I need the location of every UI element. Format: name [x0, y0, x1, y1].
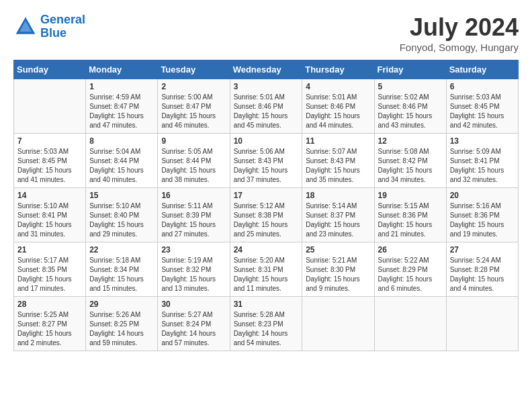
- calendar-cell: 31Sunrise: 5:28 AM Sunset: 8:23 PM Dayli…: [230, 297, 302, 351]
- calendar-cell: 15Sunrise: 5:10 AM Sunset: 8:40 PM Dayli…: [86, 188, 158, 242]
- cell-info: Sunrise: 5:10 AM Sunset: 8:41 PM Dayligh…: [17, 201, 82, 239]
- page-header: General Blue July 2024 Fonyod, Somogy, H…: [13, 13, 519, 53]
- header-thursday: Thursday: [302, 60, 374, 79]
- calendar-cell: 24Sunrise: 5:20 AM Sunset: 8:31 PM Dayli…: [230, 242, 302, 297]
- day-number: 28: [17, 300, 82, 309]
- day-number: 27: [450, 245, 515, 255]
- calendar-cell: 16Sunrise: 5:11 AM Sunset: 8:39 PM Dayli…: [158, 188, 230, 242]
- day-number: 4: [306, 82, 370, 91]
- calendar-cell: 30Sunrise: 5:27 AM Sunset: 8:24 PM Dayli…: [158, 297, 230, 351]
- day-number: 25: [306, 245, 370, 255]
- logo: General Blue: [13, 13, 85, 40]
- cell-info: Sunrise: 5:16 AM Sunset: 8:36 PM Dayligh…: [450, 201, 515, 239]
- cell-info: Sunrise: 5:18 AM Sunset: 8:34 PM Dayligh…: [89, 256, 154, 293]
- header-friday: Friday: [374, 60, 446, 79]
- day-number: 6: [450, 82, 515, 91]
- calendar-cell: 8Sunrise: 5:04 AM Sunset: 8:44 PM Daylig…: [86, 134, 158, 188]
- header-sunday: Sunday: [14, 60, 86, 79]
- cell-info: Sunrise: 5:07 AM Sunset: 8:43 PM Dayligh…: [306, 147, 370, 185]
- header-tuesday: Tuesday: [158, 60, 230, 79]
- cell-info: Sunrise: 4:59 AM Sunset: 8:47 PM Dayligh…: [89, 93, 154, 130]
- calendar-cell: 10Sunrise: 5:06 AM Sunset: 8:43 PM Dayli…: [230, 134, 302, 188]
- day-number: 29: [89, 300, 154, 309]
- calendar-cell: 28Sunrise: 5:25 AM Sunset: 8:27 PM Dayli…: [14, 297, 86, 351]
- header-saturday: Saturday: [446, 60, 518, 79]
- cell-info: Sunrise: 5:25 AM Sunset: 8:27 PM Dayligh…: [17, 310, 82, 348]
- day-number: 30: [161, 300, 226, 309]
- cell-info: Sunrise: 5:00 AM Sunset: 8:47 PM Dayligh…: [161, 93, 226, 130]
- calendar-cell: 26Sunrise: 5:22 AM Sunset: 8:29 PM Dayli…: [374, 242, 446, 297]
- cell-info: Sunrise: 5:10 AM Sunset: 8:40 PM Dayligh…: [89, 201, 154, 239]
- calendar-cell: 5Sunrise: 5:02 AM Sunset: 8:46 PM Daylig…: [374, 79, 446, 134]
- cell-info: Sunrise: 5:20 AM Sunset: 8:31 PM Dayligh…: [234, 256, 299, 293]
- day-number: 19: [378, 191, 443, 200]
- calendar-cell: 12Sunrise: 5:08 AM Sunset: 8:42 PM Dayli…: [374, 134, 446, 188]
- day-number: 7: [17, 136, 82, 146]
- calendar-cell: 14Sunrise: 5:10 AM Sunset: 8:41 PM Dayli…: [14, 188, 86, 242]
- day-number: 17: [234, 191, 299, 200]
- cell-info: Sunrise: 5:03 AM Sunset: 8:45 PM Dayligh…: [17, 147, 82, 185]
- week-row-2: 7Sunrise: 5:03 AM Sunset: 8:45 PM Daylig…: [14, 134, 519, 188]
- title-block: July 2024 Fonyod, Somogy, Hungary: [400, 13, 519, 53]
- cell-info: Sunrise: 5:01 AM Sunset: 8:46 PM Dayligh…: [306, 93, 370, 130]
- calendar-cell: 7Sunrise: 5:03 AM Sunset: 8:45 PM Daylig…: [14, 134, 86, 188]
- day-number: 5: [378, 82, 443, 91]
- cell-info: Sunrise: 5:17 AM Sunset: 8:35 PM Dayligh…: [17, 256, 82, 293]
- calendar-cell: [14, 79, 86, 134]
- day-number: 10: [234, 136, 299, 146]
- cell-info: Sunrise: 5:06 AM Sunset: 8:43 PM Dayligh…: [234, 147, 299, 185]
- calendar-cell: 9Sunrise: 5:05 AM Sunset: 8:44 PM Daylig…: [158, 134, 230, 188]
- calendar-cell: 17Sunrise: 5:12 AM Sunset: 8:38 PM Dayli…: [230, 188, 302, 242]
- cell-info: Sunrise: 5:19 AM Sunset: 8:32 PM Dayligh…: [161, 256, 226, 293]
- day-number: 1: [89, 82, 154, 91]
- calendar-cell: 6Sunrise: 5:03 AM Sunset: 8:45 PM Daylig…: [446, 79, 518, 134]
- day-number: 24: [234, 245, 299, 255]
- cell-info: Sunrise: 5:26 AM Sunset: 8:25 PM Dayligh…: [89, 310, 154, 348]
- calendar-cell: 23Sunrise: 5:19 AM Sunset: 8:32 PM Dayli…: [158, 242, 230, 297]
- day-number: 18: [306, 191, 370, 200]
- day-number: 21: [17, 245, 82, 255]
- calendar-cell: [302, 297, 374, 351]
- logo-icon: [13, 15, 38, 39]
- cell-info: Sunrise: 5:08 AM Sunset: 8:42 PM Dayligh…: [378, 147, 443, 185]
- calendar-cell: 27Sunrise: 5:24 AM Sunset: 8:28 PM Dayli…: [446, 242, 518, 297]
- calendar-cell: 19Sunrise: 5:15 AM Sunset: 8:36 PM Dayli…: [374, 188, 446, 242]
- logo-text: General Blue: [40, 13, 85, 40]
- day-number: 2: [161, 82, 226, 91]
- day-number: 11: [306, 136, 370, 146]
- calendar-cell: 2Sunrise: 5:00 AM Sunset: 8:47 PM Daylig…: [158, 79, 230, 134]
- logo-line1: General: [40, 13, 85, 26]
- cell-info: Sunrise: 5:27 AM Sunset: 8:24 PM Dayligh…: [161, 310, 226, 348]
- cell-info: Sunrise: 5:09 AM Sunset: 8:41 PM Dayligh…: [450, 147, 515, 185]
- calendar-cell: 22Sunrise: 5:18 AM Sunset: 8:34 PM Dayli…: [86, 242, 158, 297]
- calendar-cell: 4Sunrise: 5:01 AM Sunset: 8:46 PM Daylig…: [302, 79, 374, 134]
- calendar-cell: 20Sunrise: 5:16 AM Sunset: 8:36 PM Dayli…: [446, 188, 518, 242]
- week-row-4: 21Sunrise: 5:17 AM Sunset: 8:35 PM Dayli…: [14, 242, 519, 297]
- calendar-cell: 29Sunrise: 5:26 AM Sunset: 8:25 PM Dayli…: [86, 297, 158, 351]
- day-number: 26: [378, 245, 443, 255]
- day-number: 12: [378, 136, 443, 146]
- cell-info: Sunrise: 5:22 AM Sunset: 8:29 PM Dayligh…: [378, 256, 443, 293]
- day-number: 22: [89, 245, 154, 255]
- month-year-title: July 2024: [400, 13, 519, 42]
- day-number: 9: [161, 136, 226, 146]
- logo-line2: Blue: [40, 26, 66, 40]
- calendar-cell: 11Sunrise: 5:07 AM Sunset: 8:43 PM Dayli…: [302, 134, 374, 188]
- day-number: 16: [161, 191, 226, 200]
- day-number: 23: [161, 245, 226, 255]
- cell-info: Sunrise: 5:28 AM Sunset: 8:23 PM Dayligh…: [234, 310, 299, 348]
- cell-info: Sunrise: 5:01 AM Sunset: 8:46 PM Dayligh…: [234, 93, 299, 130]
- header-monday: Monday: [86, 60, 158, 79]
- location-subtitle: Fonyod, Somogy, Hungary: [400, 42, 519, 53]
- day-number: 31: [234, 300, 299, 309]
- day-number: 3: [234, 82, 299, 91]
- day-number: 8: [89, 136, 154, 146]
- cell-info: Sunrise: 5:24 AM Sunset: 8:28 PM Dayligh…: [450, 256, 515, 293]
- week-row-3: 14Sunrise: 5:10 AM Sunset: 8:41 PM Dayli…: [14, 188, 519, 242]
- calendar-cell: 18Sunrise: 5:14 AM Sunset: 8:37 PM Dayli…: [302, 188, 374, 242]
- day-number: 20: [450, 191, 515, 200]
- day-number: 13: [450, 136, 515, 146]
- calendar-cell: 13Sunrise: 5:09 AM Sunset: 8:41 PM Dayli…: [446, 134, 518, 188]
- calendar-cell: [446, 297, 518, 351]
- day-number: 15: [89, 191, 154, 200]
